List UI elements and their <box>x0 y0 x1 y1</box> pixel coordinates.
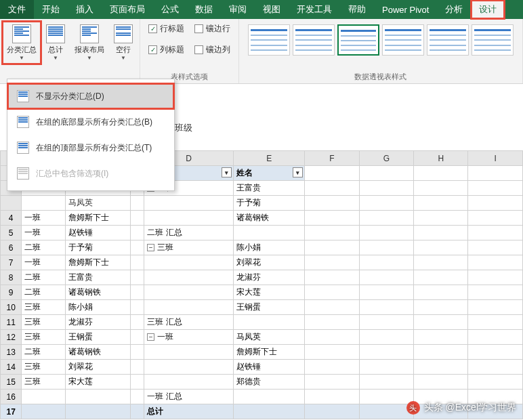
style-thumb[interactable] <box>427 24 469 56</box>
style-thumb[interactable] <box>382 24 424 56</box>
tab-data[interactable]: 数据 <box>187 0 221 19</box>
row-header[interactable]: 5 <box>1 226 22 240</box>
cell[interactable]: 詹姆斯下士 <box>66 211 131 226</box>
row-header[interactable]: 9 <box>1 285 22 300</box>
cell[interactable]: 马凤英 <box>234 330 305 345</box>
cell[interactable]: 二班 <box>22 345 66 360</box>
dropdown-do-not-show[interactable]: 不显示分类汇总(D) <box>7 83 174 109</box>
blankrows-button[interactable]: 空行 ▼ <box>110 22 137 64</box>
cell[interactable]: 王富贵 <box>234 181 305 196</box>
subtotals-button[interactable]: 分类汇总 ▼ <box>3 22 41 64</box>
cell[interactable]: 三班 <box>22 375 66 390</box>
grandtotals-button[interactable]: 总计 ▼ <box>42 22 69 64</box>
cell[interactable]: 于予菊 <box>66 240 131 255</box>
cell[interactable]: 于予菊 <box>234 196 305 211</box>
tab-developer[interactable]: 开发工具 <box>289 0 340 19</box>
grandtotals-label: 总计 <box>48 45 63 55</box>
cell[interactable]: 一班 <box>22 226 66 240</box>
cell[interactable]: 陈小娟 <box>234 240 305 255</box>
cell[interactable]: 二班 <box>22 240 66 255</box>
row-header[interactable]: 14 <box>1 360 22 375</box>
tab-design[interactable]: 设计 <box>471 0 505 19</box>
cell[interactable]: 王富贵 <box>66 270 131 285</box>
row-header[interactable]: 12 <box>1 330 22 345</box>
cell[interactable]: 宋大莲 <box>66 375 131 390</box>
subtotals-label: 分类汇总 <box>7 45 37 55</box>
cell[interactable]: 三班 <box>22 330 66 345</box>
cell[interactable]: 三班 汇总 <box>144 315 234 330</box>
cell[interactable]: 赵铁锤 <box>66 226 131 240</box>
tab-insert[interactable]: 插入 <box>68 0 102 19</box>
row-header[interactable]: 7 <box>1 255 22 270</box>
cell[interactable]: 一班 汇总 <box>144 390 234 404</box>
cell[interactable]: 詹姆斯下士 <box>66 255 131 270</box>
tab-review[interactable]: 审阅 <box>221 0 255 19</box>
col-header-I[interactable]: I <box>468 151 523 166</box>
cell[interactable]: 龙淑芬 <box>234 270 305 285</box>
cell[interactable]: 刘翠花 <box>66 360 131 375</box>
checkbox-rowheaders[interactable]: ✓ <box>148 24 157 33</box>
cell[interactable]: 陈小娟 <box>66 300 131 315</box>
cell[interactable]: 赵铁锤 <box>234 360 305 375</box>
pivot-group[interactable]: −一班 <box>144 330 234 345</box>
tab-file[interactable]: 文件 <box>0 0 34 19</box>
row-header[interactable]: 10 <box>1 300 22 315</box>
cell[interactable]: 宋大莲 <box>234 285 305 300</box>
col-header-F[interactable]: F <box>305 151 359 166</box>
cell[interactable]: 郑德贵 <box>234 375 305 390</box>
cell[interactable]: 龙淑芬 <box>66 315 131 330</box>
dropdown-show-bottom[interactable]: 在组的底部显示所有分类汇总(B) <box>7 109 174 135</box>
tab-pagelayout[interactable]: 页面布局 <box>102 0 153 19</box>
row-header[interactable]: 16 <box>1 390 22 404</box>
tab-powerpivot[interactable]: Power Pivot <box>374 0 437 19</box>
checkbox-colheaders[interactable]: ✓ <box>148 45 157 54</box>
pivot-group[interactable]: −三班 <box>144 240 234 255</box>
checkbox-bandedcols[interactable] <box>194 45 203 54</box>
cell[interactable]: 马凤英 <box>66 196 131 211</box>
pivot-field-name[interactable]: 姓名▾ <box>234 166 305 181</box>
style-thumb[interactable] <box>293 24 335 56</box>
cell[interactable]: 刘翠花 <box>234 255 305 270</box>
tab-analyze[interactable]: 分析 <box>437 0 471 19</box>
row-header[interactable] <box>1 196 22 211</box>
cell[interactable]: 詹姆斯下士 <box>234 345 305 360</box>
style-thumb[interactable] <box>248 24 290 56</box>
filter-button[interactable]: ▾ <box>222 167 232 177</box>
cell[interactable]: 诸葛钢铁 <box>66 345 131 360</box>
row-header[interactable]: 15 <box>1 375 22 390</box>
row-header[interactable]: 8 <box>1 270 22 285</box>
row-header[interactable]: 17 <box>1 404 22 419</box>
cell[interactable]: 一班 <box>22 211 66 226</box>
cell[interactable]: 二班 <box>22 270 66 285</box>
cell[interactable]: 二班 <box>22 285 66 300</box>
filter-button[interactable]: ▾ <box>293 167 303 177</box>
tab-view[interactable]: 视图 <box>255 0 289 19</box>
cell[interactable]: 王钢蛋 <box>66 330 131 345</box>
tab-formulas[interactable]: 公式 <box>153 0 187 19</box>
row-header[interactable]: 11 <box>1 315 22 330</box>
row-header[interactable]: 13 <box>1 345 22 360</box>
grand-total-cell[interactable]: 总计 <box>144 404 234 419</box>
reportlayout-button[interactable]: 报表布局 ▼ <box>70 22 108 64</box>
collapse-icon[interactable]: − <box>147 333 154 341</box>
col-header-H[interactable]: H <box>414 151 468 166</box>
cell[interactable]: 三班 <box>22 360 66 375</box>
tab-help[interactable]: 帮助 <box>340 0 374 19</box>
dropdown-show-top[interactable]: 在组的顶部显示所有分类汇总(T) <box>7 135 174 161</box>
row-header[interactable]: 6 <box>1 240 22 255</box>
style-thumb[interactable] <box>472 24 514 56</box>
checkbox-bandedrows[interactable] <box>194 24 203 33</box>
col-header-G[interactable]: G <box>359 151 413 166</box>
cell[interactable]: 三班 <box>22 315 66 330</box>
col-header-E[interactable]: E <box>234 151 305 166</box>
cell[interactable]: 诸葛钢铁 <box>66 285 131 300</box>
style-thumb-selected[interactable] <box>337 24 379 56</box>
cell[interactable]: 二班 汇总 <box>144 226 234 240</box>
tab-home[interactable]: 开始 <box>34 0 68 19</box>
cell[interactable]: 一班 <box>22 255 66 270</box>
cell[interactable]: 三班 <box>22 300 66 315</box>
cell[interactable]: 王钢蛋 <box>234 300 305 315</box>
collapse-icon[interactable]: − <box>147 244 154 251</box>
row-header[interactable]: 4 <box>1 211 22 226</box>
cell[interactable]: 诸葛钢铁 <box>234 211 305 226</box>
